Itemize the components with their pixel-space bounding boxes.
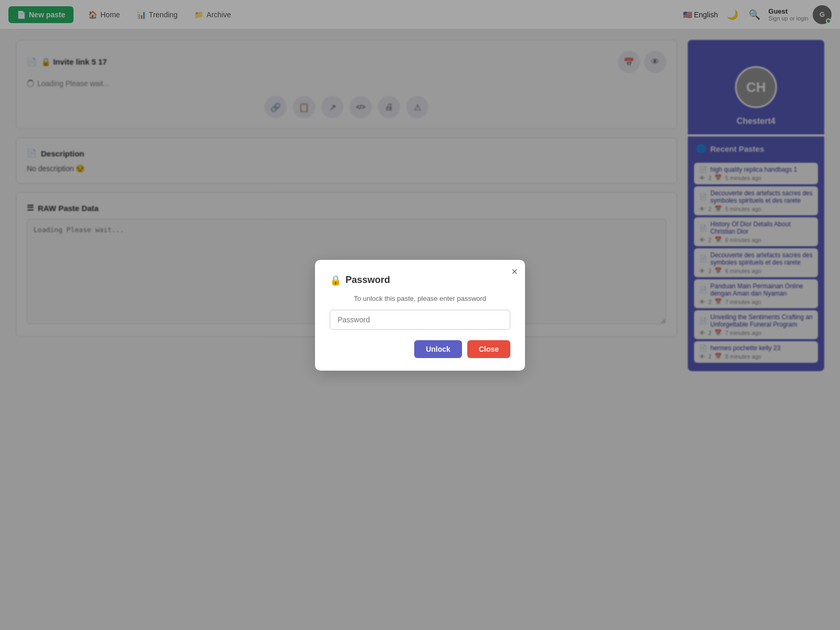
password-modal: × 🔒 Password To unlock this paste, pleas… — [315, 260, 525, 371]
modal-title: 🔒 Password — [330, 275, 510, 286]
modal-close-x-button[interactable]: × — [511, 266, 518, 277]
unlock-button[interactable]: Unlock — [414, 340, 462, 358]
modal-subtitle: To unlock this paste, please enter passw… — [330, 295, 510, 302]
close-button[interactable]: Close — [467, 340, 510, 358]
lock-icon: 🔒 — [330, 275, 341, 286]
modal-actions: Unlock Close — [330, 340, 510, 358]
modal-overlay: × 🔒 Password To unlock this paste, pleas… — [0, 0, 840, 630]
password-input[interactable] — [330, 310, 510, 330]
